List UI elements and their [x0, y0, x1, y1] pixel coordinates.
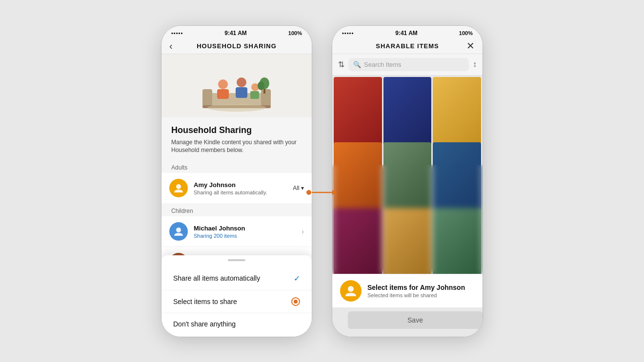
share-all-label: Share all items automatically: [173, 274, 260, 282]
svg-rect-6: [217, 89, 229, 99]
amy-info: Amy Johnson Sharing all items automatica…: [194, 181, 287, 195]
avatar-amy-panel: [340, 280, 362, 302]
radio-inner: [294, 300, 298, 304]
save-row: Save: [332, 307, 483, 337]
select-panel: Select items for Amy Johnson Selected it…: [332, 274, 483, 307]
svg-point-7: [237, 77, 246, 87]
avatar-amy: [169, 179, 188, 197]
member-amy-johnson[interactable]: Amy Johnson Sharing all items automatica…: [161, 173, 312, 203]
household-description: Manage the Kindle content you shared wit…: [171, 138, 302, 155]
phone1-main-content: Household Sharing Manage the Kindle cont…: [161, 54, 312, 337]
status-right-2: 100%: [459, 30, 473, 36]
sheet-handle: [228, 259, 245, 261]
sort-icon[interactable]: ↕: [473, 60, 477, 69]
check-icon: ✓: [294, 274, 300, 283]
phones-container: ••••• 9:41 AM 100% ‹ HOUSEHOLD SHARING: [161, 25, 483, 337]
sheet-item-share-all[interactable]: Share all items automatically ✓: [161, 267, 312, 290]
filter-icon[interactable]: ⇅: [338, 60, 344, 69]
bottom-sheet: Share all items automatically ✓ Select i…: [161, 255, 312, 337]
amy-sub: Sharing all items automatically.: [194, 190, 287, 195]
nav-bar-1: ‹ HOUSEHOLD SHARING: [161, 38, 312, 54]
phone2-main-content: ⇅ 🔍 Search Items ↕: [332, 54, 483, 337]
book-cell-9[interactable]: [433, 208, 481, 274]
signal-dots-2: •••••: [342, 30, 354, 36]
svg-rect-10: [250, 91, 259, 99]
michael-chevron: ›: [302, 228, 304, 235]
screen-title-2: SHARABLE ITEMS: [376, 42, 439, 50]
michael-name: Michael Johnson: [194, 225, 296, 232]
back-button[interactable]: ‹: [169, 40, 173, 52]
book-cell-3[interactable]: [433, 77, 481, 146]
svg-rect-8: [236, 87, 247, 98]
status-bar-1: ••••• 9:41 AM 100%: [161, 26, 312, 38]
svg-point-5: [218, 79, 228, 89]
household-illustration: [198, 59, 276, 113]
phone-2: ••••• 9:41 AM 100% SHARABLE ITEMS ✕ ⇅ 🔍 …: [332, 25, 483, 337]
status-bar-2: ••••• 9:41 AM 100%: [332, 26, 483, 38]
household-text-section: Household Sharing Manage the Kindle cont…: [161, 117, 312, 161]
children-label: Children: [161, 204, 312, 216]
status-right: 100%: [288, 30, 302, 36]
book-grid: [332, 76, 483, 274]
book-cell-6[interactable]: [433, 142, 481, 211]
adults-label: Adults: [161, 160, 312, 173]
select-panel-text: Select items for Amy Johnson Selected it…: [367, 284, 475, 298]
amy-right[interactable]: All ▾: [293, 185, 304, 191]
svg-point-15: [176, 228, 181, 232]
svg-point-21: [348, 286, 354, 292]
michael-sub: Sharing 200 items: [194, 233, 296, 239]
phone-1: ••••• 9:41 AM 100% ‹ HOUSEHOLD SHARING: [161, 25, 312, 337]
time-display: 9:41 AM: [224, 30, 247, 37]
sheet-item-select[interactable]: Select items to share: [161, 290, 312, 313]
battery-label-2: 100%: [459, 30, 473, 36]
svg-rect-1: [202, 89, 212, 107]
svg-point-14: [176, 184, 181, 189]
household-heading: Household Sharing: [171, 125, 302, 135]
select-title: Select items for Amy Johnson: [367, 284, 475, 291]
amy-name: Amy Johnson: [194, 181, 287, 189]
svg-rect-2: [261, 89, 271, 107]
michael-info: Michael Johnson Sharing 200 items: [194, 225, 296, 239]
select-sub: Selected items will be shared: [367, 292, 475, 298]
book-cell-8[interactable]: [383, 208, 432, 274]
member-michael[interactable]: Michael Johnson Sharing 200 items ›: [161, 216, 312, 247]
search-icon: 🔍: [353, 61, 361, 68]
radio-dot: [291, 297, 300, 306]
svg-point-4: [207, 104, 266, 112]
search-placeholder: Search Items: [364, 61, 402, 68]
no-share-label: Don't share anything: [173, 320, 236, 328]
avatar-michael: [169, 222, 188, 241]
signal-dots: •••••: [171, 30, 183, 36]
close-button[interactable]: ✕: [466, 40, 475, 52]
battery-label: 100%: [288, 30, 302, 36]
search-input-wrap[interactable]: 🔍 Search Items: [348, 58, 469, 71]
nav-bar-2: SHARABLE ITEMS ✕: [332, 38, 483, 54]
book-cell-7[interactable]: [334, 208, 382, 274]
sheet-item-no-share[interactable]: Don't share anything: [161, 313, 312, 335]
screen-title-1: HOUSEHOLD SHARING: [197, 42, 277, 50]
search-bar: ⇅ 🔍 Search Items ↕: [332, 54, 483, 76]
book-cell-1[interactable]: [334, 77, 382, 146]
time-display-2: 9:41 AM: [395, 30, 418, 37]
save-button[interactable]: Save: [348, 311, 483, 329]
book-cell-2[interactable]: [383, 77, 432, 146]
all-badge: All ▾: [293, 185, 304, 191]
book-cell-5[interactable]: [383, 142, 432, 211]
illustration-area: [161, 54, 312, 117]
svg-point-13: [258, 81, 264, 90]
book-cell-4[interactable]: [334, 142, 382, 211]
select-items-label: Select items to share: [173, 298, 237, 305]
